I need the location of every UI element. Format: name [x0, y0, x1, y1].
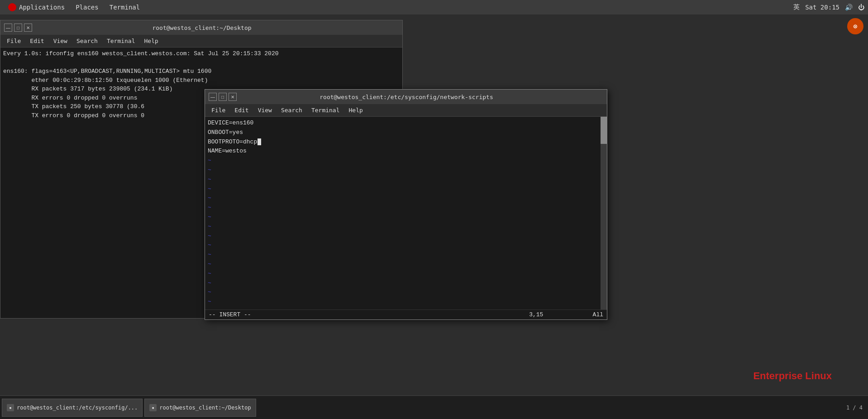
terminal-window-front: — □ ✕ root@westos_client:/etc/sysconfig/… [205, 89, 607, 320]
vim-tilde-line: ~ [208, 166, 598, 175]
vim-tilde-line: ~ [208, 203, 598, 213]
vim-tilde-line: ~ [208, 269, 598, 279]
terminal-back-title: root@westos_client:~/Desktop [32, 24, 372, 31]
menu-help-front[interactable]: Help [344, 106, 367, 114]
taskbar-label-2: root@westos_client:~/Desktop [159, 405, 251, 411]
window-controls-front: — □ ✕ [209, 93, 237, 101]
close-button-back[interactable]: ✕ [24, 24, 32, 32]
vim-position: 3,15 All [529, 311, 603, 318]
vim-editor[interactable]: DEVICE=ens160 ONBOOT=yes BOOTPROTO=dhcp … [205, 117, 601, 309]
vim-cursor [258, 138, 261, 145]
vim-tilde-line: ~ [208, 185, 598, 194]
menu-search-front[interactable]: Search [277, 106, 307, 114]
window-controls-back: — □ ✕ [4, 24, 32, 32]
vim-scrollbar-thumb[interactable] [601, 117, 607, 144]
minimize-button-front[interactable]: — [209, 93, 217, 101]
terminal-back-menubar: File Edit View Search Terminal Help [0, 35, 402, 48]
system-bar: Applications Places Terminal 英 Sat 20:15… [0, 0, 868, 14]
vim-tilde-line: ~ [208, 213, 598, 222]
taskbar-label-1: root@westos_client:/etc/sysconfig/... [17, 405, 138, 411]
vim-line-4: NAME=westos [208, 147, 598, 156]
vim-mode: -- INSERT -- [209, 311, 251, 318]
maximize-button-back[interactable]: □ [14, 24, 22, 32]
vim-tilde-line: ~ [208, 175, 598, 185]
enterprise-linux-watermark: Enterprise Linux [753, 370, 832, 382]
menu-view-back[interactable]: View [49, 37, 72, 45]
menu-view-front[interactable]: View [253, 106, 277, 114]
vim-tilde-line: ~ [208, 288, 598, 297]
menu-edit-front[interactable]: Edit [230, 106, 253, 114]
vim-line-2: ONBOOT=yes [208, 128, 598, 138]
terminal-front-title: root@westos_client:/etc/sysconfig/networ… [237, 94, 576, 100]
vim-tilde-line: ~ [208, 232, 598, 241]
menu-edit-back[interactable]: Edit [25, 37, 48, 45]
terminal-back-titlebar: — □ ✕ root@westos_client:~/Desktop [0, 20, 402, 35]
terminal-line: ens160: flags=4163<UP,BROADCAST,RUNNING,… [3, 67, 400, 76]
vim-tilde-line: ~ [208, 222, 598, 232]
terminal-menu[interactable]: Terminal [105, 2, 144, 13]
menu-file-back[interactable]: File [2, 37, 25, 45]
close-button-front[interactable]: ✕ [229, 93, 237, 101]
minimize-button-back[interactable]: — [4, 24, 12, 32]
vim-tilde-line: ~ [208, 307, 598, 309]
applications-menu[interactable]: Applications [4, 1, 69, 13]
places-menu[interactable]: Places [71, 2, 103, 13]
vim-tilde-line: ~ [208, 279, 598, 288]
terminal-line: ether 00:0c:29:8b:12:50 txqueuelen 1000 … [3, 76, 400, 85]
vim-tilde-line: ~ [208, 260, 598, 269]
menu-search-back[interactable]: Search [72, 37, 102, 45]
taskbar: ▪ root@westos_client:/etc/sysconfig/... … [0, 395, 868, 419]
vim-tilde-line: ~ [208, 241, 598, 250]
menu-file-front[interactable]: File [207, 106, 230, 114]
clock: Sat 20:15 [805, 4, 839, 11]
volume-icon[interactable]: 🔊 [845, 4, 853, 11]
terminal-line: Every 1.0s: ifconfig ens160 westos_clien… [3, 49, 400, 58]
terminal-front-menubar: File Edit View Search Terminal Help [205, 104, 607, 117]
vim-tilde-line: ~ [208, 250, 598, 260]
vim-line-1: DEVICE=ens160 [208, 119, 598, 128]
taskbar-pager: 1 / 4 [846, 405, 866, 411]
vim-line-3: BOOTPROTO=dhcp [208, 138, 598, 147]
notification-icon: ⊙ [847, 18, 863, 34]
language-indicator: 英 [793, 3, 800, 11]
vim-tilde-line: ~ [208, 194, 598, 203]
system-bar-right: 英 Sat 20:15 🔊 ⏻ [793, 3, 864, 11]
maximize-button-front[interactable]: □ [219, 93, 227, 101]
terminal-front-titlebar: — □ ✕ root@westos_client:/etc/sysconfig/… [205, 90, 607, 104]
menu-help-back[interactable]: Help [140, 37, 163, 45]
menu-terminal-front[interactable]: Terminal [307, 106, 344, 114]
vim-tilde-line: ~ [208, 156, 598, 166]
menu-terminal-back[interactable]: Terminal [102, 37, 140, 45]
power-icon[interactable]: ⏻ [858, 4, 864, 11]
vim-tilde-line: ~ [208, 297, 598, 307]
taskbar-icon-2: ▪ [149, 404, 157, 411]
redhat-icon [8, 3, 16, 11]
applications-label: Applications [19, 4, 65, 11]
taskbar-item-1[interactable]: ▪ root@westos_client:/etc/sysconfig/... [2, 399, 143, 417]
taskbar-icon-1: ▪ [7, 404, 14, 411]
taskbar-item-2[interactable]: ▪ root@westos_client:~/Desktop [144, 399, 256, 417]
vim-scrollbar[interactable] [601, 117, 607, 309]
desktop: — □ ✕ root@westos_client:~/Desktop File … [0, 14, 868, 395]
vim-statusbar: -- INSERT -- 3,15 All [205, 309, 607, 319]
terminal-line [3, 58, 400, 67]
system-bar-left: Applications Places Terminal [4, 1, 144, 13]
